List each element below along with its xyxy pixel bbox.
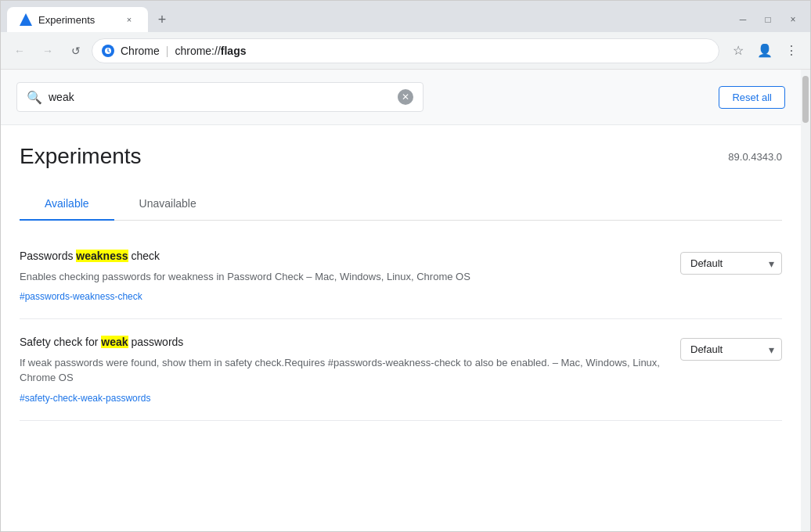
bookmark-button[interactable]: ☆	[726, 38, 751, 63]
flag-dropdown[interactable]: Default Enabled Disabled	[680, 338, 782, 361]
new-tab-button[interactable]: +	[151, 9, 173, 31]
active-tab[interactable]: Experiments ×	[7, 7, 148, 32]
page-main: Experiments 89.0.4343.0 Available Unavai…	[1, 125, 801, 433]
tab-close-button[interactable]: ×	[123, 13, 135, 26]
reset-all-button[interactable]: Reset all	[719, 86, 785, 109]
clear-search-button[interactable]: ✕	[398, 89, 413, 105]
flag-description: Enables checking passwords for weakness …	[20, 269, 668, 285]
flag-description: If weak passwords were found, show them …	[20, 355, 668, 386]
flag-dropdown[interactable]: Default Enabled Disabled	[680, 252, 782, 275]
search-box: 🔍 ✕	[16, 82, 424, 112]
omnibox[interactable]: Chrome | chrome://flags	[92, 38, 719, 63]
flag-info: Safety check for weak passwords If weak …	[20, 335, 668, 404]
search-input[interactable]	[49, 91, 391, 103]
title-bar: Experiments × + ─ □ ×	[1, 1, 810, 32]
search-row: 🔍 ✕ Reset all	[16, 82, 785, 112]
dropdown-wrapper: Default Enabled Disabled	[680, 338, 782, 361]
dropdown-wrapper: Default Enabled Disabled	[680, 252, 782, 275]
scrollbar[interactable]	[801, 70, 810, 531]
address-bar: ← → ↺ Chrome | chrome://flags ☆ 👤 ⋮	[1, 32, 810, 70]
tabs-container: Available Unavailable	[20, 188, 782, 221]
profile-button[interactable]: 👤	[752, 38, 777, 63]
flag-title: Safety check for weak passwords	[20, 335, 668, 350]
page-header: Experiments 89.0.4343.0	[20, 144, 782, 169]
back-button[interactable]: ←	[7, 38, 32, 63]
window-controls: ─ □ ×	[732, 12, 804, 27]
flag-item: Safety check for weak passwords If weak …	[20, 319, 782, 421]
flags-list: Passwords weakness check Enables checkin…	[20, 221, 782, 433]
flag-link[interactable]: #safety-check-weak-passwords	[20, 393, 150, 404]
scrollbar-thumb[interactable]	[802, 76, 809, 123]
close-button[interactable]: ×	[782, 12, 804, 27]
maximize-button[interactable]: □	[757, 12, 779, 27]
flag-control[interactable]: Default Enabled Disabled	[680, 338, 782, 361]
tab-title: Experiments	[38, 14, 117, 26]
page-title: Experiments	[20, 144, 142, 169]
menu-button[interactable]: ⋮	[779, 38, 804, 63]
security-icon	[102, 45, 114, 57]
flag-item: Passwords weakness check Enables checkin…	[20, 233, 782, 319]
toolbar-actions: ☆ 👤 ⋮	[726, 38, 804, 63]
flag-info: Passwords weakness check Enables checkin…	[20, 249, 668, 303]
content-area: 🔍 ✕ Reset all Experiments 89.0.4343.0 Av…	[1, 70, 810, 531]
page-content: 🔍 ✕ Reset all Experiments 89.0.4343.0 Av…	[1, 70, 801, 531]
reload-button[interactable]: ↺	[63, 38, 88, 63]
flag-control[interactable]: Default Enabled Disabled	[680, 252, 782, 275]
tab-unavailable[interactable]: Unavailable	[114, 188, 222, 221]
site-name: Chrome	[121, 45, 160, 57]
version-text: 89.0.4343.0	[728, 151, 782, 163]
tab-available[interactable]: Available	[20, 188, 114, 221]
flag-link[interactable]: #passwords-weakness-check	[20, 291, 142, 302]
forward-button[interactable]: →	[35, 38, 60, 63]
search-icon: 🔍	[27, 90, 42, 105]
search-area: 🔍 ✕ Reset all	[1, 70, 801, 125]
tab-favicon-icon	[20, 13, 32, 26]
minimize-button[interactable]: ─	[732, 12, 754, 27]
flag-title: Passwords weakness check	[20, 249, 668, 264]
url-display: chrome://flags	[175, 45, 246, 57]
url-divider: |	[166, 45, 169, 57]
